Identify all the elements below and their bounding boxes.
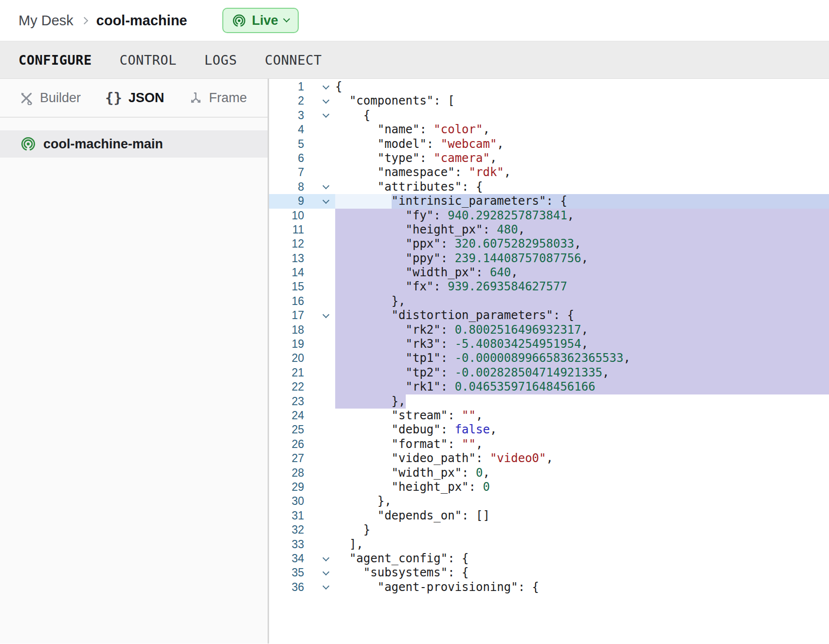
fold-spacer	[304, 409, 335, 423]
tab-logs[interactable]: LOGS	[204, 53, 237, 68]
code-line[interactable]: 9 "intrinsic_parameters": {	[269, 194, 829, 208]
mode-json[interactable]: {} JSON	[105, 89, 164, 106]
code-text: "height_px": 0	[335, 480, 829, 494]
code-line[interactable]: 27 "video_path": "video0",	[269, 451, 829, 465]
code-token: ,	[567, 209, 574, 223]
main-tabbar: CONFIGURE CONTROL LOGS CONNECT	[0, 41, 829, 79]
code-line[interactable]: 20 "tp1": -0.000008996658362365533,	[269, 351, 829, 365]
fold-toggle[interactable]	[304, 194, 335, 208]
code-line[interactable]: 12 "ppx": 320.6075282958033,	[269, 237, 829, 251]
machine-status-dropdown[interactable]: Live	[222, 8, 299, 33]
json-code-editor[interactable]: 1{2 "components": [3 {4 "name": "color",…	[269, 79, 829, 644]
line-number: 20	[269, 351, 304, 365]
code-text: "rk3": -5.408034254951954,	[335, 337, 829, 351]
fold-spacer	[304, 451, 335, 465]
code-line[interactable]: 22 "rk1": 0.046535971648456166	[269, 380, 829, 394]
code-token: 0.046535971648456166	[455, 380, 595, 394]
code-line[interactable]: 14 "width_px": 640,	[269, 266, 829, 280]
app-header: My Desk cool-machine Live	[0, 0, 829, 41]
mode-frame[interactable]: Frame	[189, 90, 247, 106]
code-line[interactable]: 24 "stream": "",	[269, 409, 829, 423]
chevron-down-icon	[283, 16, 290, 22]
code-token: ,	[490, 151, 497, 165]
code-token: "color"	[433, 123, 483, 137]
code-line[interactable]: 32 }	[269, 523, 829, 537]
code-line[interactable]: 8 "attributes": {	[269, 180, 829, 194]
code-line[interactable]: 3 {	[269, 108, 829, 123]
code-line[interactable]: 10 "fy": 940.2928257873841,	[269, 209, 829, 223]
code-text: "ppx": 320.6075282958033,	[335, 237, 829, 251]
fold-toggle[interactable]	[304, 108, 335, 123]
code-line[interactable]: 17 "distortion_parameters": {	[269, 308, 829, 322]
config-mode-switcher: Builder {} JSON Frame	[0, 79, 268, 118]
code-token: },	[335, 494, 392, 508]
code-token: false	[455, 423, 490, 437]
mode-builder[interactable]: Builder	[19, 90, 81, 106]
code-token: 480	[497, 223, 518, 237]
code-text: },	[335, 394, 829, 409]
line-number: 5	[269, 137, 304, 151]
sidebar-item-machine-part[interactable]: cool-machine-main	[0, 130, 268, 158]
line-number: 4	[269, 123, 304, 137]
code-token: -5.408034254951954	[455, 337, 581, 351]
code-line[interactable]: 29 "height_px": 0	[269, 480, 829, 494]
breadcrumb-root[interactable]: My Desk	[18, 13, 73, 29]
code-line[interactable]: 34 "agent_config": {	[269, 552, 829, 566]
code-line[interactable]: 36 "agent-provisioning": {	[269, 580, 829, 594]
tools-icon	[19, 91, 34, 105]
selected-text: },	[335, 394, 406, 409]
code-line[interactable]: 25 "debug": false,	[269, 423, 829, 437]
code-text: "agent_config": {	[335, 552, 829, 566]
fold-toggle[interactable]	[304, 308, 335, 322]
fold-spacer	[304, 223, 335, 237]
chevron-down-icon	[323, 83, 329, 89]
fold-toggle[interactable]	[304, 552, 335, 566]
line-number: 14	[269, 266, 304, 280]
code-line[interactable]: 19 "rk3": -5.408034254951954,	[269, 337, 829, 351]
code-line[interactable]: 28 "width_px": 0,	[269, 466, 829, 480]
code-line[interactable]: 33 ],	[269, 537, 829, 552]
code-text: {	[335, 80, 829, 94]
code-line[interactable]: 18 "rk2": 0.8002516496932317,	[269, 323, 829, 337]
code-token: 940.2928257873841	[448, 209, 567, 223]
code-line[interactable]: 23 },	[269, 394, 829, 409]
code-line[interactable]: 6 "type": "camera",	[269, 151, 829, 165]
code-token: },	[335, 294, 406, 308]
code-line[interactable]: 11 "height_px": 480,	[269, 223, 829, 237]
line-number: 19	[269, 337, 304, 351]
chevron-down-icon	[323, 111, 329, 118]
chevron-down-icon	[323, 197, 329, 204]
code-line[interactable]: 35 "subsystems": {	[269, 566, 829, 580]
fold-toggle[interactable]	[304, 566, 335, 580]
code-token: ,	[497, 137, 504, 151]
tab-configure[interactable]: CONFIGURE	[18, 53, 92, 68]
code-line[interactable]: 26 "format": "",	[269, 437, 829, 451]
fold-toggle[interactable]	[304, 180, 335, 194]
code-line[interactable]: 30 },	[269, 494, 829, 508]
fold-toggle[interactable]	[304, 94, 335, 108]
code-line[interactable]: 1{	[269, 80, 829, 94]
fold-spacer	[304, 437, 335, 451]
code-line[interactable]: 7 "namespace": "rdk",	[269, 165, 829, 179]
line-number: 16	[269, 294, 304, 308]
fold-toggle[interactable]	[304, 80, 335, 94]
code-token: "model":	[335, 137, 441, 151]
code-line[interactable]: 16 },	[269, 294, 829, 308]
code-line[interactable]: 4 "name": "color",	[269, 123, 829, 137]
tab-control[interactable]: CONTROL	[120, 53, 177, 68]
fold-toggle[interactable]	[304, 580, 335, 594]
tab-connect[interactable]: CONNECT	[265, 53, 322, 68]
mode-frame-label: Frame	[209, 90, 247, 106]
code-token: 640	[490, 266, 511, 280]
code-line[interactable]: 31 "depends_on": []	[269, 509, 829, 523]
code-line[interactable]: 5 "model": "webcam",	[269, 137, 829, 151]
code-line[interactable]: 2 "components": [	[269, 94, 829, 108]
code-text: "agent-provisioning": {	[335, 580, 829, 594]
code-line[interactable]: 13 "ppy": 239.14408757087756,	[269, 251, 829, 266]
code-line[interactable]: 21 "tp2": -0.002828504714921335,	[269, 366, 829, 380]
line-number: 27	[269, 451, 304, 465]
code-token: ,	[476, 409, 483, 423]
code-token: "fx":	[335, 280, 448, 294]
fold-spacer	[304, 466, 335, 480]
code-line[interactable]: 15 "fx": 939.2693584627577	[269, 280, 829, 294]
